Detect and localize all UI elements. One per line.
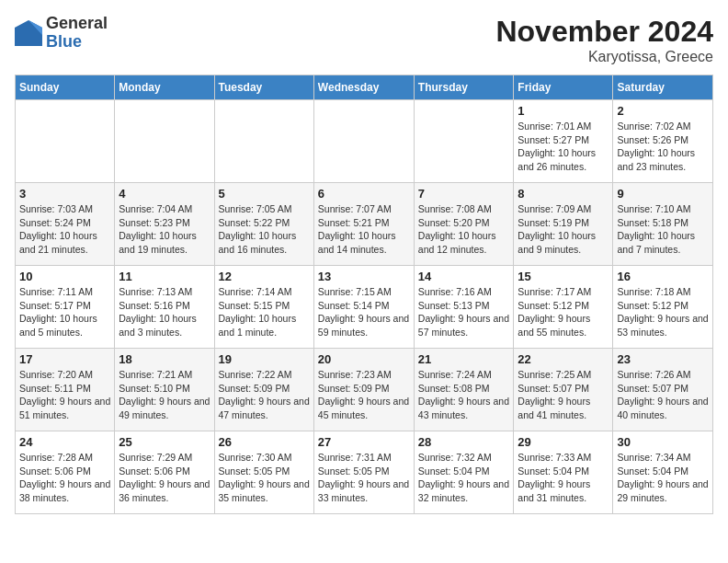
calendar-cell: 1Sunrise: 7:01 AM Sunset: 5:27 PM Daylig… — [514, 100, 613, 183]
day-info: Sunrise: 7:14 AM Sunset: 5:15 PM Dayligh… — [219, 285, 310, 339]
day-number: 12 — [219, 270, 310, 283]
calendar-table: SundayMondayTuesdayWednesdayThursdayFrid… — [15, 75, 713, 514]
day-number: 1 — [518, 104, 609, 118]
day-info: Sunrise: 7:32 AM Sunset: 5:04 PM Dayligh… — [418, 451, 510, 505]
day-number: 14 — [418, 270, 510, 283]
day-info: Sunrise: 7:01 AM Sunset: 5:27 PM Dayligh… — [518, 120, 609, 174]
day-number: 25 — [119, 435, 210, 449]
calendar-cell: 27Sunrise: 7:31 AM Sunset: 5:05 PM Dayli… — [313, 431, 414, 514]
day-number: 2 — [617, 104, 709, 118]
day-number: 6 — [318, 187, 410, 201]
logo: General Blue — [15, 15, 108, 52]
calendar-cell: 24Sunrise: 7:28 AM Sunset: 5:06 PM Dayli… — [16, 431, 115, 514]
day-number: 21 — [418, 352, 510, 366]
calendar-week-row: 3Sunrise: 7:03 AM Sunset: 5:24 PM Daylig… — [16, 183, 713, 266]
day-info: Sunrise: 7:33 AM Sunset: 5:04 PM Dayligh… — [518, 451, 609, 505]
day-number: 27 — [318, 435, 410, 449]
day-info: Sunrise: 7:24 AM Sunset: 5:08 PM Dayligh… — [418, 368, 510, 422]
day-number: 15 — [518, 270, 609, 283]
calendar-cell: 7Sunrise: 7:08 AM Sunset: 5:20 PM Daylig… — [414, 183, 514, 266]
day-info: Sunrise: 7:22 AM Sunset: 5:09 PM Dayligh… — [219, 368, 310, 422]
calendar-cell: 5Sunrise: 7:05 AM Sunset: 5:22 PM Daylig… — [214, 183, 313, 266]
calendar-cell: 2Sunrise: 7:02 AM Sunset: 5:26 PM Daylig… — [613, 100, 713, 183]
calendar-week-row: 17Sunrise: 7:20 AM Sunset: 5:11 PM Dayli… — [16, 349, 713, 431]
day-info: Sunrise: 7:30 AM Sunset: 5:05 PM Dayligh… — [219, 451, 310, 505]
day-info: Sunrise: 7:04 AM Sunset: 5:23 PM Dayligh… — [119, 202, 210, 257]
calendar-subtitle: Karyotissa, Greece — [495, 49, 713, 65]
day-info: Sunrise: 7:26 AM Sunset: 5:07 PM Dayligh… — [617, 368, 709, 422]
day-number: 19 — [219, 352, 310, 366]
calendar-cell: 22Sunrise: 7:25 AM Sunset: 5:07 PM Dayli… — [514, 349, 613, 431]
day-info: Sunrise: 7:34 AM Sunset: 5:04 PM Dayligh… — [617, 451, 709, 505]
weekday-header: Wednesday — [313, 75, 414, 100]
day-number: 8 — [518, 187, 609, 201]
day-info: Sunrise: 7:25 AM Sunset: 5:07 PM Dayligh… — [518, 368, 609, 422]
day-info: Sunrise: 7:29 AM Sunset: 5:06 PM Dayligh… — [119, 451, 210, 505]
logo-blue: Blue — [46, 33, 108, 52]
day-number: 7 — [418, 187, 510, 201]
day-info: Sunrise: 7:16 AM Sunset: 5:13 PM Dayligh… — [418, 285, 510, 339]
day-number: 28 — [418, 435, 510, 449]
page-header: General Blue November 2024 Karyotissa, G… — [15, 15, 713, 65]
calendar-cell: 21Sunrise: 7:24 AM Sunset: 5:08 PM Dayli… — [414, 349, 514, 431]
calendar-cell: 29Sunrise: 7:33 AM Sunset: 5:04 PM Dayli… — [514, 431, 613, 514]
day-info: Sunrise: 7:08 AM Sunset: 5:20 PM Dayligh… — [418, 202, 510, 257]
day-info: Sunrise: 7:28 AM Sunset: 5:06 PM Dayligh… — [19, 451, 110, 505]
calendar-week-row: 10Sunrise: 7:11 AM Sunset: 5:17 PM Dayli… — [16, 266, 713, 349]
day-info: Sunrise: 7:03 AM Sunset: 5:24 PM Dayligh… — [19, 202, 110, 257]
calendar-cell: 14Sunrise: 7:16 AM Sunset: 5:13 PM Dayli… — [414, 266, 514, 349]
calendar-cell — [16, 100, 115, 183]
calendar-cell: 3Sunrise: 7:03 AM Sunset: 5:24 PM Daylig… — [16, 183, 115, 266]
day-number: 16 — [617, 270, 709, 283]
day-info: Sunrise: 7:17 AM Sunset: 5:12 PM Dayligh… — [518, 285, 609, 339]
day-info: Sunrise: 7:10 AM Sunset: 5:18 PM Dayligh… — [617, 202, 709, 257]
day-number: 10 — [19, 270, 110, 283]
day-info: Sunrise: 7:09 AM Sunset: 5:19 PM Dayligh… — [518, 202, 609, 257]
day-number: 3 — [19, 187, 110, 201]
day-number: 5 — [219, 187, 310, 201]
weekday-header: Friday — [514, 75, 613, 100]
calendar-week-row: 1Sunrise: 7:01 AM Sunset: 5:27 PM Daylig… — [16, 100, 713, 183]
day-info: Sunrise: 7:18 AM Sunset: 5:12 PM Dayligh… — [617, 285, 709, 339]
calendar-cell: 16Sunrise: 7:18 AM Sunset: 5:12 PM Dayli… — [613, 266, 713, 349]
calendar-week-row: 24Sunrise: 7:28 AM Sunset: 5:06 PM Dayli… — [16, 431, 713, 514]
day-info: Sunrise: 7:02 AM Sunset: 5:26 PM Dayligh… — [617, 120, 709, 174]
calendar-cell: 30Sunrise: 7:34 AM Sunset: 5:04 PM Dayli… — [613, 431, 713, 514]
calendar-cell: 26Sunrise: 7:30 AM Sunset: 5:05 PM Dayli… — [214, 431, 313, 514]
weekday-header: Tuesday — [214, 75, 313, 100]
day-info: Sunrise: 7:07 AM Sunset: 5:21 PM Dayligh… — [318, 202, 410, 257]
weekday-header: Sunday — [16, 75, 115, 100]
day-info: Sunrise: 7:05 AM Sunset: 5:22 PM Dayligh… — [219, 202, 310, 257]
calendar-cell: 25Sunrise: 7:29 AM Sunset: 5:06 PM Dayli… — [115, 431, 214, 514]
logo-general: General — [46, 15, 108, 33]
calendar-title: November 2024 — [495, 15, 713, 49]
calendar-cell — [115, 100, 214, 183]
calendar-cell — [214, 100, 313, 183]
calendar-cell: 6Sunrise: 7:07 AM Sunset: 5:21 PM Daylig… — [313, 183, 414, 266]
weekday-header-row: SundayMondayTuesdayWednesdayThursdayFrid… — [16, 75, 713, 100]
day-number: 30 — [617, 435, 709, 449]
day-number: 23 — [617, 352, 709, 366]
calendar-cell: 10Sunrise: 7:11 AM Sunset: 5:17 PM Dayli… — [16, 266, 115, 349]
day-info: Sunrise: 7:15 AM Sunset: 5:14 PM Dayligh… — [318, 285, 410, 339]
svg-marker-0 — [15, 20, 42, 46]
day-info: Sunrise: 7:21 AM Sunset: 5:10 PM Dayligh… — [119, 368, 210, 422]
calendar-cell: 17Sunrise: 7:20 AM Sunset: 5:11 PM Dayli… — [16, 349, 115, 431]
day-number: 20 — [318, 352, 410, 366]
weekday-header: Monday — [115, 75, 214, 100]
calendar-cell: 13Sunrise: 7:15 AM Sunset: 5:14 PM Dayli… — [313, 266, 414, 349]
day-number: 22 — [518, 352, 609, 366]
logo-text: General Blue — [46, 15, 108, 52]
day-info: Sunrise: 7:20 AM Sunset: 5:11 PM Dayligh… — [19, 368, 110, 422]
calendar-cell — [313, 100, 414, 183]
day-info: Sunrise: 7:31 AM Sunset: 5:05 PM Dayligh… — [318, 451, 410, 505]
calendar-cell: 12Sunrise: 7:14 AM Sunset: 5:15 PM Dayli… — [214, 266, 313, 349]
weekday-header: Thursday — [414, 75, 514, 100]
day-number: 26 — [219, 435, 310, 449]
calendar-cell: 28Sunrise: 7:32 AM Sunset: 5:04 PM Dayli… — [414, 431, 514, 514]
calendar-cell: 18Sunrise: 7:21 AM Sunset: 5:10 PM Dayli… — [115, 349, 214, 431]
day-number: 24 — [19, 435, 110, 449]
calendar-cell: 23Sunrise: 7:26 AM Sunset: 5:07 PM Dayli… — [613, 349, 713, 431]
day-number: 17 — [19, 352, 110, 366]
day-info: Sunrise: 7:13 AM Sunset: 5:16 PM Dayligh… — [119, 285, 210, 339]
